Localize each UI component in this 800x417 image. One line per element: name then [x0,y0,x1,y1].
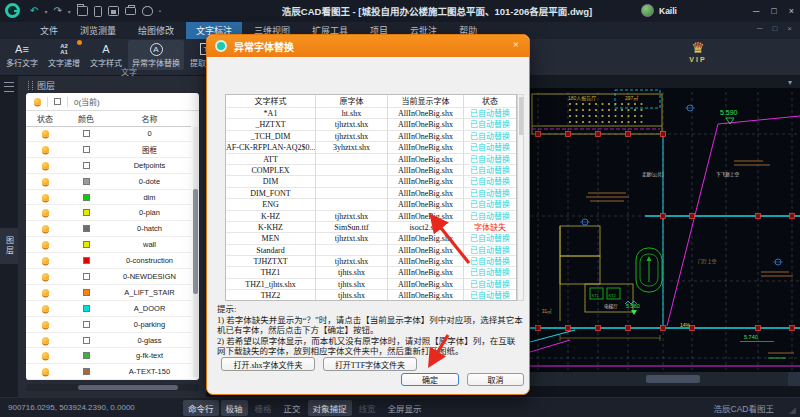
layer-row[interactable]: wall [26,237,191,253]
cancel-button[interactable]: 取消 [467,373,524,386]
font-table-scrollbar-thumb[interactable] [519,97,523,135]
measure-annotate-button[interactable]: 标注 [522,40,800,70]
layers-hscrollbar-thumb[interactable] [78,385,178,390]
drag-handle-icon[interactable] [28,81,33,90]
layer-color-swatch[interactable] [83,352,90,359]
open-ttf-folder-button[interactable]: 打开TTF字体文件夹 [323,357,417,371]
bulb-icon[interactable] [42,194,49,201]
layer-row[interactable]: 0-plan [26,205,191,221]
ok-button[interactable]: 确定 [401,373,459,386]
doc-close-button[interactable]: × [787,24,792,33]
redo-icon[interactable]: ↷ [53,4,61,18]
user-name[interactable]: Kaili [659,6,677,16]
bulb-icon[interactable] [42,162,49,169]
layer-row[interactable]: 0-dote [26,174,191,190]
panel-menu-icon[interactable] [4,82,14,92]
bulb-icon[interactable] [42,146,49,153]
layer-color-swatch[interactable] [83,321,90,328]
bulb-icon[interactable] [42,178,49,185]
dialog-header[interactable]: 异常字体替换 × [207,35,529,57]
font-table-row[interactable]: COMPLEXAllInOneBig.shx已自动替换 [226,165,516,176]
layer-row[interactable]: A-TEXT-150 [26,364,191,380]
font-table-row[interactable]: ATTAllInOneBig.shx已自动替换 [226,154,516,165]
toolbar-overflow-icon[interactable]: ▪ [159,8,161,14]
layer-color-swatch[interactable] [83,162,90,169]
layer-color-swatch[interactable] [83,305,90,312]
font-table-row[interactable]: DIMAllInOneBig.shx已自动替换 [226,176,516,187]
layer-row[interactable]: A_DOOR [26,301,191,317]
font-table-row[interactable]: THZ2tjhts.shxAllInOneBig.shx已自动替换 [226,290,516,301]
layer-color-swatch[interactable] [83,241,90,248]
tab-1[interactable]: 文件 [30,22,68,39]
layer-color-swatch[interactable] [83,225,90,232]
bulb-icon[interactable] [42,352,49,359]
layer-color-swatch[interactable] [83,194,90,201]
layer-color-swatch[interactable] [83,130,90,137]
toggle-active[interactable]: 命令行 [183,400,219,416]
layers-vscrollbar-thumb[interactable] [193,189,198,294]
layer-row[interactable]: 0-glass [26,333,191,349]
user-avatar[interactable] [641,4,654,17]
undo-icon[interactable]: ↶ [30,4,38,18]
layer-row[interactable]: dim [26,190,191,206]
layers-side-tab[interactable]: 图层 [0,228,18,264]
toggle-normal[interactable]: 正交 [279,400,306,416]
bulb-icon[interactable] [42,225,49,232]
minimize-button[interactable]: ─ [753,6,759,16]
layers-vscrollbar[interactable] [193,127,198,377]
redo-dropdown-icon[interactable]: ▾ [68,8,71,15]
vip-button[interactable]: ♛ VIP [676,40,720,63]
font-table-row[interactable]: MENtjhztxt.shxAllInOneBig.shx已自动替换 [226,233,516,244]
font-table-row[interactable]: THZ1_tjhts.shxtjhts.shxAllInOneBig.shx已自… [226,279,516,290]
font-table-row[interactable]: StandardAllInOneBig.shx已自动替换 [226,245,516,256]
toggle-active[interactable]: 极轴 [221,400,248,416]
layer-row[interactable]: 0-construction [26,253,191,269]
font-table-row[interactable]: _TCH_DIMtjhztxt.shxAllInOneBig.shx已自动替换 [226,131,516,142]
bulb-icon[interactable] [42,337,49,344]
close-button[interactable]: × [789,6,794,16]
doc-restore-button[interactable]: □ [772,24,777,33]
open-shx-folder-button[interactable]: 打开.shx字体文件夹 [221,357,315,371]
font-table-row[interactable]: DIM_FONTAllInOneBig.shx已自动替换 [226,188,516,199]
layer-color-swatch[interactable] [83,146,90,153]
bulb-icon[interactable] [42,209,49,216]
layer-row[interactable]: g-fk-text [26,348,191,364]
bulb-icon[interactable] [42,257,49,264]
pan-icon[interactable] [142,6,153,16]
maximize-button[interactable]: □ [771,6,776,16]
layer-row[interactable]: 0-NEWDESIGN [26,269,191,285]
layer-color-swatch[interactable] [83,273,90,280]
doc-minimize-button[interactable]: ─ [757,24,763,33]
bulb-icon[interactable] [42,289,49,296]
layer-color-swatch[interactable] [83,178,90,185]
layer-color-swatch[interactable] [83,289,90,296]
layer-row[interactable]: A_LIFT_STAIR [26,285,191,301]
tab-2[interactable]: 浏览测量 [70,22,126,39]
bulb-icon[interactable] [42,368,49,375]
font-table-row[interactable]: TJHZTXTtjhztxt.shxAllInOneBig.shx已自动替换 [226,256,516,267]
drawing-hscrollbar-thumb[interactable] [646,375,700,383]
toggle-active[interactable]: 对象捕捉 [308,400,352,416]
print-icon[interactable] [125,7,136,15]
drawing-canvas[interactable]: ▾ 180人报告厅 29 [530,76,800,386]
font-table-row[interactable]: *A1ht.shxAllInOneBig.shx已自动替换 [226,108,516,119]
new-file-icon[interactable] [94,6,102,17]
layer-row[interactable]: 0 [26,126,191,142]
bulb-icon[interactable] [34,98,41,105]
bulb-icon[interactable] [42,273,49,280]
undo-dropdown-icon[interactable]: ▾ [44,8,47,15]
font-table-row[interactable]: K-HZtjhztxt.shxAllInOneBig.shx已自动替换 [226,211,516,222]
resize-grip-icon[interactable]: ◢ [789,405,796,415]
layer-color-swatch[interactable] [83,368,90,375]
collapse-chevron-icon[interactable]: ▾ [788,78,792,87]
font-table-row[interactable]: K-KHZSimSun.ttfisoct2.shx字体缺失 [226,222,516,233]
font-table-row[interactable]: ENGAllInOneBig.shx已自动替换 [226,199,516,210]
dialog-close-icon[interactable]: × [513,38,519,50]
save-icon[interactable] [108,6,119,16]
bulb-icon[interactable] [42,241,49,248]
layer-color-swatch[interactable] [83,337,90,344]
bulb-icon[interactable] [42,130,49,137]
layer-color-swatch[interactable] [83,209,90,216]
toggle-disabled[interactable]: 线宽 [354,400,381,416]
open-file-icon[interactable] [77,6,88,16]
